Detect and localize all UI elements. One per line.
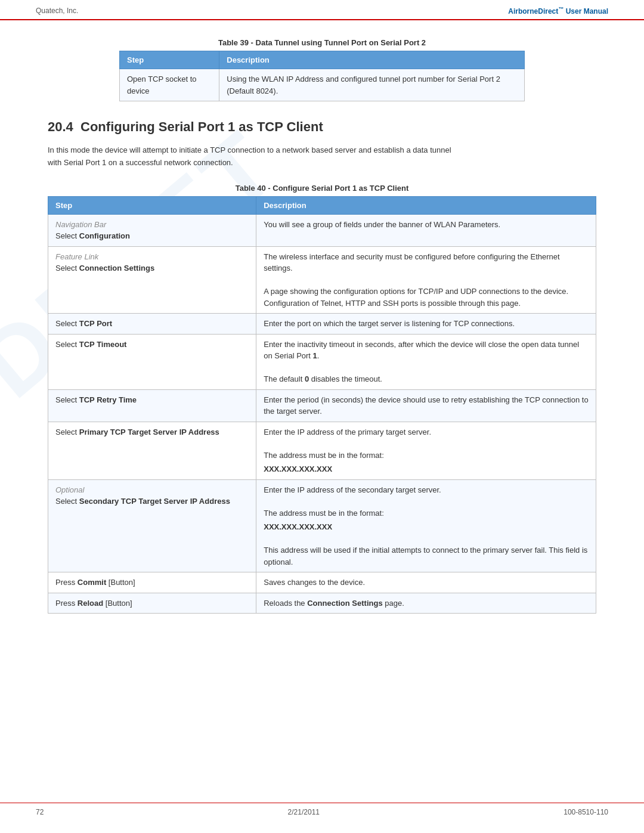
top-table-cell-desc: Using the WLAN IP Address and configured… [219,69,525,101]
step-bold-configuration: Configuration [79,231,130,240]
table-row: Open TCP socket to device Using the WLAN… [120,69,525,101]
step-bold-connection-settings: Connection Settings [79,264,154,272]
primary-ip-format: XXX.XXX.XXX.XXX [264,463,589,475]
table-row: Feature Link Select Connection Settings … [48,246,596,314]
main-table-header-step: Step [48,196,256,214]
step-reload: Press Reload [Button] [48,593,256,614]
table-row: Optional Select Secondary TCP Target Ser… [48,479,596,572]
table-row: Select Primary TCP Target Server IP Addr… [48,422,596,479]
secondary-ip-format: XXX.XXX.XXX.XXX [264,521,589,533]
header-brand: AirborneDirect [508,7,558,16]
table-row: Select TCP Port Enter the port on which … [48,314,596,335]
connection-settings-ref: Connection Settings [307,599,382,608]
step-italic-optional: Optional [55,485,84,494]
step-bold-secondary-ip: Secondary TCP Target Server IP Address [79,497,230,506]
desc-reload: Reloads the Connection Settings page. [256,593,596,614]
desc-feature-link: The wireless interface and security must… [256,246,596,314]
step-bold-reload: Reload [78,599,103,608]
table-row: Select TCP Timeout Enter the inactivity … [48,334,596,389]
top-table: Step Description Open TCP socket to devi… [119,51,525,101]
top-table-cell-step: Open TCP socket to device [120,69,219,101]
table-row: Press Commit [Button] Saves changes to t… [48,572,596,593]
step-commit: Press Commit [Button] [48,572,256,593]
footer-doc-number: 100-8510-110 [564,808,608,816]
default-zero-ref: 0 [305,374,309,383]
section-intro: In this mode the device will attempt to … [48,144,453,169]
main-table-header-desc: Description [256,196,596,214]
step-secondary-ip: Optional Select Secondary TCP Target Ser… [48,479,256,572]
table-row: Select TCP Retry Time Enter the period (… [48,389,596,422]
step-bold-tcp-retry: TCP Retry Time [79,395,137,404]
desc-tcp-port: Enter the port on which the target serve… [256,314,596,335]
step-tcp-retry: Select TCP Retry Time [48,389,256,422]
step-italic-feature: Feature Link [55,252,98,261]
header-manual: User Manual [564,7,608,16]
top-table-header-desc: Description [219,51,525,69]
step-feature-link: Feature Link Select Connection Settings [48,246,256,314]
top-table-header-step: Step [120,51,219,69]
main-table: Step Description Navigation Bar Select C… [48,196,596,614]
table-row: Press Reload [Button] Reloads the Connec… [48,593,596,614]
step-bold-tcp-port: TCP Port [79,319,112,328]
desc-primary-ip: Enter the IP address of the primary targ… [256,422,596,479]
header-company: Quatech, Inc. [36,7,78,15]
step-bold-commit: Commit [78,578,106,587]
step-bold-tcp-timeout: TCP Timeout [79,340,127,349]
header-title: AirborneDirect™ User Manual [508,6,608,16]
section-title: Configuring Serial Port 1 as TCP Client [80,119,323,134]
step-tcp-port: Select TCP Port [48,314,256,335]
step-navigation-bar: Navigation Bar Select Configuration [48,214,256,246]
page-header: Quatech, Inc. AirborneDirect™ User Manua… [0,0,644,20]
footer-page-number: 72 [36,808,44,816]
table-row: Navigation Bar Select Configuration You … [48,214,596,246]
section-number: 20.4 [48,119,80,134]
desc-commit: Saves changes to the device. [256,572,596,593]
main-table-caption: Table 40 - Configure Serial Port 1 as TC… [48,184,596,193]
serial-port-ref: 1 [313,351,317,360]
page-footer: 72 2/21/2011 100-8510-110 [0,803,644,821]
desc-tcp-timeout: Enter the inactivity timeout in seconds,… [256,334,596,389]
step-primary-ip: Select Primary TCP Target Server IP Addr… [48,422,256,479]
step-tcp-timeout: Select TCP Timeout [48,334,256,389]
step-italic-navigation: Navigation Bar [55,220,106,229]
main-content: Table 39 - Data Tunnel using Tunnel Port… [0,20,644,667]
step-bold-primary-ip: Primary TCP Target Server IP Address [79,428,219,436]
top-table-caption: Table 39 - Data Tunnel using Tunnel Port… [48,38,596,47]
section-heading: 20.4 Configuring Serial Port 1 as TCP Cl… [48,119,596,135]
header-trademark: ™ [558,6,564,12]
desc-tcp-retry: Enter the period (in seconds) the device… [256,389,596,422]
desc-navigation-bar: You will see a group of fields under the… [256,214,596,246]
desc-secondary-ip: Enter the IP address of the secondary ta… [256,479,596,572]
footer-date: 2/21/2011 [288,808,320,816]
top-table-section: Table 39 - Data Tunnel using Tunnel Port… [48,38,596,101]
